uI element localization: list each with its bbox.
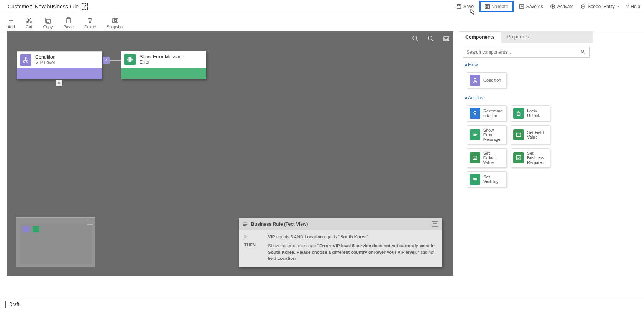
action-title: Show Error Message xyxy=(140,54,184,59)
title-value[interactable]: New business rule xyxy=(35,3,79,10)
eye-icon xyxy=(470,174,480,185)
tile-condition[interactable]: Condition xyxy=(467,72,507,88)
save-label: Save xyxy=(463,4,474,9)
svg-rect-3 xyxy=(519,4,524,8)
minimap[interactable] xyxy=(16,217,95,267)
tile-show-error[interactable]: Show Error Message xyxy=(467,125,507,144)
checkbox-icon xyxy=(513,152,524,163)
lock-icon xyxy=(513,108,524,119)
activate-label: Activate xyxy=(557,4,574,9)
then-expression: Show the error message "Error: VIP level… xyxy=(268,243,437,262)
status-bar: Draft xyxy=(0,299,644,309)
form-icon xyxy=(470,152,480,163)
svg-point-19 xyxy=(25,57,26,59)
zoom-in-icon[interactable] xyxy=(427,35,434,42)
save-as-button[interactable]: Save As xyxy=(519,4,543,9)
action-subtitle: Error xyxy=(140,59,184,65)
svg-point-13 xyxy=(114,20,117,22)
chevron-down-icon: ▾ xyxy=(617,4,619,8)
tile-set-visibility[interactable]: Set Visibility xyxy=(467,171,507,187)
text-view-panel: Business Rule (Text View) IF VIP equals … xyxy=(239,218,442,267)
svg-rect-31 xyxy=(473,156,477,160)
svg-rect-8 xyxy=(46,18,49,22)
close-icon[interactable]: ✕ xyxy=(56,80,62,86)
svg-rect-1 xyxy=(457,4,459,6)
save-as-label: Save As xyxy=(526,4,543,9)
group-flow[interactable]: ◢ Flow xyxy=(459,60,593,70)
scope-dropdown[interactable]: Entity ▾ xyxy=(603,4,619,9)
svg-point-25 xyxy=(474,78,476,79)
toolbar: Add Cut Copy Paste Delete Snapshot xyxy=(0,13,644,31)
condition-bar xyxy=(17,68,102,79)
minimap-action xyxy=(33,226,39,232)
tile-recommendation[interactable]: Recomme ndation xyxy=(467,105,507,121)
tile-set-field-value[interactable]: Set Field Value xyxy=(511,125,550,144)
save-button[interactable]: Save xyxy=(456,4,474,9)
minimap-condition xyxy=(23,226,30,232)
svg-point-33 xyxy=(474,178,476,180)
tile-set-default-value[interactable]: Set Default Value xyxy=(467,148,507,167)
svg-point-24 xyxy=(581,50,584,53)
copy-button[interactable]: Copy xyxy=(43,17,53,29)
eye-icon xyxy=(470,129,480,140)
search-components-input[interactable] xyxy=(463,47,590,58)
lightbulb-icon xyxy=(470,108,480,119)
text-view-title: Business Rule (Text View) xyxy=(251,221,308,227)
action-bar xyxy=(121,68,206,79)
paste-button[interactable]: Paste xyxy=(63,17,74,29)
connector-true-icon: ✓ xyxy=(103,57,110,64)
connector-line xyxy=(110,60,121,61)
collapse-icon[interactable] xyxy=(432,221,438,227)
form-icon xyxy=(513,129,524,140)
scope-label: Scope : xyxy=(580,4,603,9)
condition-icon xyxy=(470,75,480,86)
status-text: Draft xyxy=(9,302,19,307)
if-keyword: IF xyxy=(244,234,262,240)
caret-icon: ◢ xyxy=(464,63,467,67)
condition-subtitle: VIP Level xyxy=(35,60,56,65)
tile-lock-unlock[interactable]: Lock/ Unlock xyxy=(511,105,550,121)
svg-point-29 xyxy=(474,134,476,135)
title-bar: Customer: New business rule ⤢ Save Valid… xyxy=(0,0,644,13)
search-icon[interactable] xyxy=(580,49,586,56)
canvas-tools xyxy=(412,35,450,42)
condition-title: Condition xyxy=(35,55,56,60)
tab-properties[interactable]: Properties xyxy=(501,31,535,43)
if-expression: VIP equals 5 AND Location equals "South … xyxy=(268,234,437,240)
design-canvas[interactable]: Condition VIP Level ✓ Show Error Message… xyxy=(7,31,453,276)
action-node[interactable]: Show Error Message Error xyxy=(121,51,206,79)
svg-point-23 xyxy=(129,59,131,60)
cut-button[interactable]: Cut xyxy=(26,17,33,29)
zoom-out-icon[interactable] xyxy=(412,35,419,42)
delete-button[interactable]: Delete xyxy=(84,17,96,29)
svg-rect-18 xyxy=(445,38,448,40)
tab-components[interactable]: Components xyxy=(459,31,501,43)
activate-button[interactable]: Activate xyxy=(550,4,574,9)
text-view-icon xyxy=(243,221,248,227)
snapshot-button[interactable]: Snapshot xyxy=(107,17,123,29)
help-button[interactable]: ? Help xyxy=(626,3,640,9)
show-error-icon xyxy=(124,54,136,65)
validate-button[interactable]: Validate xyxy=(481,2,512,11)
svg-rect-28 xyxy=(518,113,520,115)
then-keyword: THEN xyxy=(244,243,262,262)
title-prefix: Customer: xyxy=(8,3,33,10)
fit-screen-icon[interactable] xyxy=(443,35,450,42)
condition-node[interactable]: Condition VIP Level xyxy=(17,51,102,79)
tile-set-business-required[interactable]: Set Business Required xyxy=(511,148,550,167)
help-label: Help xyxy=(631,4,640,9)
validate-label: Validate xyxy=(492,4,508,9)
svg-rect-9 xyxy=(47,19,50,23)
caret-icon: ◢ xyxy=(464,96,467,100)
expand-icon[interactable]: ⤢ xyxy=(82,3,88,10)
add-button[interactable]: Add xyxy=(8,17,15,29)
condition-icon xyxy=(20,54,31,66)
group-actions[interactable]: ◢ Actions xyxy=(459,93,593,103)
svg-rect-17 xyxy=(444,37,449,41)
side-panel: Components Properties ◢ Flow Condition ◢… xyxy=(459,31,593,276)
svg-rect-30 xyxy=(517,133,521,137)
